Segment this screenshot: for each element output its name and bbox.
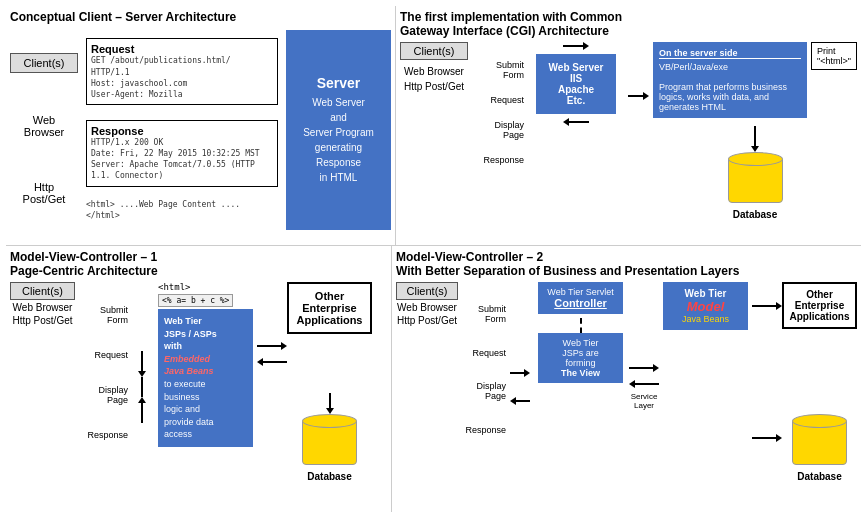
mvc1-html-tag: <html> xyxy=(158,282,191,292)
response-box: Response HTTP/1.x 200 OKDate: Fri, 22 Ma… xyxy=(86,120,278,187)
top-right-title: The first implementation with CommonGate… xyxy=(400,10,857,38)
mvc2-title2: With Better Separation of Business and P… xyxy=(396,264,857,278)
mvc1-request: Request xyxy=(77,350,128,360)
mvc1-title1: Model-View-Controller – 1 xyxy=(10,250,387,264)
mvc1-webtier-area: <html> <% a= b + c %> Web TierJSPs / ASP… xyxy=(158,282,253,492)
html-note: <html> ....Web Page Content .... </html> xyxy=(86,199,278,221)
mvc1-webtier-desc: to executebusinesslogic andprovide dataa… xyxy=(164,378,247,441)
print-box: Print"<html>" xyxy=(811,42,857,70)
page: Conceptual Client – Server Architecture … xyxy=(0,0,867,512)
mvc1-http: Http Post/Get xyxy=(10,315,75,326)
mvc1-arrow-apps xyxy=(257,282,287,492)
mvc1-client-label: Client(s) xyxy=(10,282,75,300)
top-section: Conceptual Client – Server Architecture … xyxy=(6,6,861,246)
mvc2-model-area: Web Tier Model Java Beans xyxy=(663,282,748,492)
request-box: Request GET /about/publications.html/ HT… xyxy=(86,38,278,105)
mvc2-arrow-model: Service Layer xyxy=(629,282,659,492)
mvc1-template-tag: <% a= b + c %> xyxy=(158,294,233,307)
mvc1-other-apps: Other Enterprise Applications xyxy=(287,282,372,334)
client-label-clients: Client(s) xyxy=(10,53,78,73)
arrow-to-serverside xyxy=(628,92,649,100)
mvc2-other-apps: Other Enterprise Applications xyxy=(782,282,857,329)
mvc1-display: DisplayPage xyxy=(77,385,128,405)
response-title: Response xyxy=(91,125,273,137)
mvc1-webtier-title: Web TierJSPs / ASPswith xyxy=(164,315,247,353)
mvc1-db xyxy=(302,414,357,469)
cgi-client-label: Client(s) xyxy=(400,42,468,60)
server-side-title: On the server side xyxy=(659,48,801,59)
client-labels: Client(s) Web Browser Http Post/Get xyxy=(10,30,78,230)
server-desc: Web ServerandServer ProgramgeneratingRes… xyxy=(303,95,374,185)
mvc2-http: Http Post/Get xyxy=(396,315,458,326)
server-side-row: On the server side VB/Perl/Java/exeProgr… xyxy=(653,42,857,118)
database-cylinder xyxy=(728,152,783,207)
mvc1-arrows-mid xyxy=(132,282,152,492)
mvc2-db-area: Database xyxy=(782,414,857,482)
mvc2-db-label: Database xyxy=(797,471,841,482)
server-side-area: On the server side VB/Perl/Java/exeProgr… xyxy=(653,42,857,220)
cgi-diagram: Client(s) Web Browser Http Post/Get Subm… xyxy=(400,42,857,227)
service-layer-label: Service Layer xyxy=(629,392,659,410)
mvc1-submit: SubmitForm xyxy=(77,305,128,325)
mvc1-db-label: Database xyxy=(307,471,351,482)
mvc2-display: DisplayPage xyxy=(460,381,506,401)
cgi-browser: Web Browser xyxy=(400,66,468,77)
request-title: Request xyxy=(91,43,273,55)
top-left-title: Conceptual Client – Server Architecture xyxy=(10,10,391,24)
cgi-http: Http Post/Get xyxy=(400,81,468,92)
request-response-area: Request GET /about/publications.html/ HT… xyxy=(78,30,286,230)
bottom-section: Model-View-Controller – 1 Page-Centric A… xyxy=(6,246,861,512)
mvc2-response: Response xyxy=(460,425,506,435)
cgi-clients: Client(s) Web Browser Http Post/Get xyxy=(400,42,468,94)
mvc1-flow: SubmitForm Request DisplayPage Response xyxy=(75,292,130,452)
mvc1-webtier-box: Web TierJSPs / ASPswith EmbeddedJava Bea… xyxy=(158,309,253,447)
cgi-web-server-box: Web ServerIISApacheEtc. xyxy=(536,54,616,114)
flow-display: DisplayPage xyxy=(472,120,524,140)
flow-response: Response xyxy=(472,155,524,165)
mvc2-diagram: Client(s) Web Browser Http Post/Get Subm… xyxy=(396,282,857,492)
client-label-http: Http Post/Get xyxy=(10,179,78,207)
client-server-diagram: Client(s) Web Browser Http Post/Get Requ… xyxy=(10,30,391,230)
response-details: HTTP/1.x 200 OKDate: Fri, 22 May 2015 10… xyxy=(91,137,273,182)
bottom-left-panel: Model-View-Controller – 1 Page-Centric A… xyxy=(6,246,392,512)
mvc2-db xyxy=(792,414,847,469)
server-side-box: On the server side VB/Perl/Java/exeProgr… xyxy=(653,42,807,118)
client-label-browser: Web Browser xyxy=(10,112,78,140)
bottom-right-panel: Model-View-Controller – 2 With Better Se… xyxy=(392,246,861,512)
mvc2-clients: Client(s) Web Browser Http Post/Get xyxy=(396,282,458,492)
mvc2-java-beans: Java Beans xyxy=(669,314,742,324)
mvc2-dashed-down xyxy=(538,318,623,333)
mvc2-client-label: Client(s) xyxy=(396,282,458,300)
mvc2-browser: Web Browser xyxy=(396,302,458,313)
server-side-content: VB/Perl/Java/exeProgram that performs bu… xyxy=(659,62,801,112)
mvc2-controller-box: Web Tier Servlet Controller xyxy=(538,282,623,314)
cgi-webserver-area: Web ServerIISApacheEtc. xyxy=(536,42,616,126)
mvc2-controller-subtitle: Web Tier Servlet xyxy=(543,287,618,297)
server-box: Server Web ServerandServer Programgenera… xyxy=(286,30,391,230)
mvc2-submit: SubmitForm xyxy=(460,304,506,324)
server-label: Server xyxy=(317,75,361,91)
mvc2-flow: SubmitForm Request DisplayPage Response xyxy=(458,292,508,447)
mvc1-right: Other Enterprise Applications Database xyxy=(287,282,372,482)
mvc1-clients: Client(s) Web Browser Http Post/Get xyxy=(10,282,75,492)
mvc1-java-beans: EmbeddedJava Beans xyxy=(164,353,247,378)
mvc2-right: Other Enterprise Applications Database xyxy=(782,282,857,482)
mvc2-arrows-mid xyxy=(510,282,530,492)
mvc1-title2: Page-Centric Architecture xyxy=(10,264,387,278)
mvc1-browser: Web Browser xyxy=(10,302,75,313)
mvc2-title1: Model-View-Controller – 2 xyxy=(396,250,857,264)
top-left-panel: Conceptual Client – Server Architecture … xyxy=(6,6,396,245)
mvc2-model-subtitle: Web Tier xyxy=(669,288,742,299)
flow-submit: SubmitForm xyxy=(472,60,524,80)
flow-request: Request xyxy=(472,95,524,105)
request-details: GET /about/publications.html/ HTTP/1.1Ho… xyxy=(91,55,273,100)
mvc1-diagram: Client(s) Web Browser Http Post/Get Subm… xyxy=(10,282,387,492)
cgi-flow-labels: SubmitForm Request DisplayPage Response xyxy=(468,42,528,182)
mvc2-controller-label: Controller xyxy=(543,297,618,309)
mvc2-model-box: Web Tier Model Java Beans xyxy=(663,282,748,330)
mvc2-center: Web Tier Servlet Controller Web TierJSPs… xyxy=(538,282,623,492)
mvc1-db-area: Database xyxy=(287,393,372,482)
arrow-to-server xyxy=(563,42,589,50)
cgi-db-label: Database xyxy=(733,209,777,220)
db-area: Database xyxy=(653,126,857,220)
